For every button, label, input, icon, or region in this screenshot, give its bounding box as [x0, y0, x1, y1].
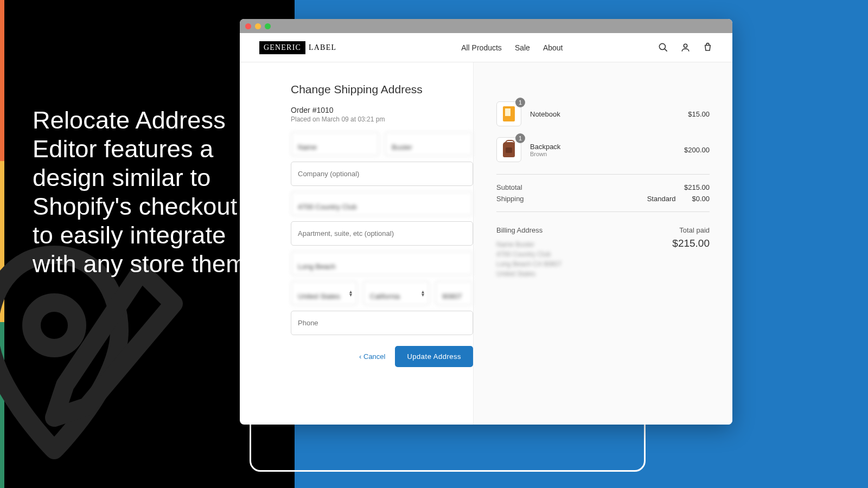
- subtotal-value: $215.00: [684, 183, 710, 191]
- cancel-link[interactable]: ‹ Cancel: [359, 352, 385, 361]
- item-thumbnail: 1: [496, 137, 521, 162]
- account-icon[interactable]: [680, 42, 691, 53]
- main-nav: All Products Sale About: [461, 43, 563, 52]
- logo-label: LABEL: [309, 43, 336, 52]
- cart-icon[interactable]: [703, 42, 713, 53]
- zip-field[interactable]: [435, 281, 473, 305]
- order-placed-timestamp: Placed on March 09 at 03:21 pm: [291, 115, 473, 123]
- billing-address-label: Billing Address: [496, 226, 542, 234]
- item-name: Backpack: [530, 143, 560, 151]
- divider: [496, 211, 710, 212]
- store-logo[interactable]: GENERIC LABEL: [259, 41, 336, 54]
- page-title: Change Shipping Address: [291, 83, 473, 96]
- promo-text: Relocate Address Editor features a desig…: [33, 106, 260, 279]
- rainbow-strip: [0, 0, 4, 488]
- phone-field[interactable]: [291, 311, 473, 335]
- billing-address-block: Name Buster 4700 Country Club Long Beach…: [496, 240, 561, 279]
- item-name: Notebook: [530, 110, 560, 118]
- qty-badge: 1: [515, 133, 525, 143]
- svg-point-0: [31, 303, 77, 348]
- city-field[interactable]: [291, 251, 473, 275]
- shipping-label: Shipping: [496, 195, 524, 203]
- item-price: $15.00: [688, 110, 710, 118]
- address-form: Change Shipping Address Order #1010 Plac…: [240, 62, 473, 425]
- company-field[interactable]: [291, 162, 473, 186]
- nav-sale[interactable]: Sale: [515, 43, 530, 52]
- apartment-field[interactable]: [291, 221, 473, 246]
- order-summary: 1 Notebook $15.00 1 Backpack: [473, 62, 732, 425]
- store-header: GENERIC LABEL All Products Sale About: [240, 33, 732, 62]
- nav-about[interactable]: About: [543, 43, 563, 52]
- line-item: 1 Notebook $15.00: [496, 101, 710, 126]
- qty-badge: 1: [515, 98, 525, 107]
- window-close-button[interactable]: [245, 23, 251, 29]
- item-price: $200.00: [684, 146, 710, 154]
- window-minimize-button[interactable]: [255, 23, 261, 29]
- logo-box: GENERIC: [259, 41, 305, 54]
- item-variant: Brown: [530, 151, 560, 157]
- last-name-field[interactable]: [385, 132, 473, 156]
- item-thumbnail: 1: [496, 101, 521, 126]
- total-paid-value: $215.00: [672, 237, 710, 249]
- order-number: Order #1010: [291, 106, 473, 114]
- country-select[interactable]: [291, 281, 358, 305]
- search-icon[interactable]: [658, 42, 668, 53]
- update-address-button[interactable]: Update Address: [395, 346, 473, 367]
- window-maximize-button[interactable]: [265, 23, 271, 29]
- total-paid-label: Total paid: [679, 226, 710, 234]
- divider: [496, 174, 710, 175]
- browser-window: GENERIC LABEL All Products Sale About Ch…: [240, 19, 732, 425]
- nav-all-products[interactable]: All Products: [461, 43, 502, 52]
- notebook-icon: [503, 106, 515, 121]
- svg-point-3: [684, 44, 687, 47]
- svg-point-1: [659, 43, 665, 49]
- backpack-icon: [503, 142, 515, 157]
- window-titlebar: [240, 19, 732, 33]
- svg-line-2: [665, 49, 667, 52]
- first-name-field[interactable]: [291, 132, 379, 156]
- shipping-method: Standard: [647, 195, 676, 203]
- shipping-price: $0.00: [692, 195, 710, 203]
- address-field[interactable]: [291, 191, 473, 216]
- state-select[interactable]: [363, 281, 430, 305]
- line-item: 1 Backpack Brown $200.00: [496, 137, 710, 162]
- subtotal-label: Subtotal: [496, 183, 522, 191]
